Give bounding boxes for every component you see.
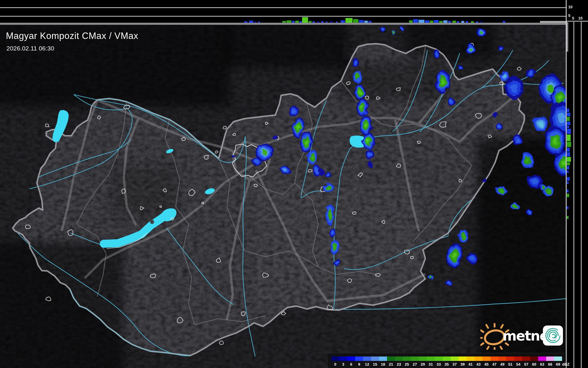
dbz-color-cell (467, 356, 475, 361)
dbz-color-cell (538, 356, 546, 361)
dbz-tick: 39 (459, 362, 467, 367)
echo-blob (499, 71, 510, 81)
dbz-tick: 29 (419, 362, 427, 367)
echo-blob (533, 116, 549, 132)
dbz-color-cell (459, 356, 467, 361)
metnet-logo[interactable]: metnet (480, 323, 566, 350)
echo-blob (319, 169, 324, 176)
echo-blob (505, 77, 524, 99)
dbz-tick: 63 (538, 362, 546, 367)
echo-blob (391, 31, 396, 35)
dbz-tick: 49 (498, 362, 506, 367)
dbz-color-cell (498, 356, 506, 361)
dbz-tick: 3 (339, 362, 347, 367)
tihany-notch (150, 220, 154, 224)
dbz-tick: 31 (427, 362, 435, 367)
dbz-tick: 9 (355, 362, 363, 367)
dbz-color-cell (403, 356, 411, 361)
dbz-color-cell (435, 356, 443, 361)
echo-blob (511, 203, 519, 210)
dbz-tick: 54 (514, 362, 522, 367)
right-axis-label-5: 5 (572, 16, 574, 20)
echo-blob (521, 153, 534, 169)
echo-blob (352, 58, 359, 68)
page-title: Magyar Kompozit CMax / VMax (6, 31, 138, 41)
dbz-color-cell (514, 356, 522, 361)
dbz-tick: 6 (347, 362, 355, 367)
dbz-tick: 51 (506, 362, 514, 367)
top-axis-label-10: 10 (568, 5, 572, 9)
echo-blob (495, 123, 502, 129)
echo-blob (433, 50, 439, 58)
top-profile (0, 0, 566, 25)
echo-blob (481, 178, 487, 182)
dbz-tick: 45 (482, 362, 490, 367)
top-nodata-bar (540, 21, 566, 23)
dbz-color-cell (546, 356, 554, 361)
dbz-color-cell (379, 356, 387, 361)
dbz-color-cell (482, 356, 490, 361)
echo-blob (492, 112, 498, 117)
echo-blob (252, 158, 262, 165)
dbz-tick: 0 (331, 362, 339, 367)
dbz-unit-label: dBZ (562, 362, 569, 367)
echo-blob (525, 69, 536, 78)
dbz-tick: 69 (554, 362, 562, 367)
echo-blob (334, 258, 340, 266)
right-profile (566, 0, 588, 368)
echo-blob (526, 210, 533, 215)
dbz-tick: 15 (371, 362, 379, 367)
right-axis-label-10: 10 (578, 16, 582, 20)
map-area (0, 18, 588, 368)
dbz-tick: 43 (475, 362, 482, 367)
echo-blob (399, 27, 403, 30)
dbz-tick: 37 (451, 362, 459, 367)
dbz-color-cell (331, 356, 339, 361)
dbz-legend: 0369121518212325272931333537394143454749… (328, 353, 566, 368)
metnet-app-icon (543, 326, 563, 346)
dbz-tick: 25 (403, 362, 411, 367)
dbz-color-cell (506, 356, 514, 361)
echo-blob (477, 29, 486, 37)
dbz-tick: 47 (490, 362, 498, 367)
dbz-color-cell (411, 356, 419, 361)
echo-blob (466, 44, 475, 55)
echo-blob (231, 155, 235, 157)
dbz-color-cell (355, 356, 363, 361)
dbz-tick: 35 (443, 362, 451, 367)
echo-blob (445, 280, 452, 285)
dbz-color-cell (395, 356, 403, 361)
echo-blob (323, 183, 334, 193)
dbz-color-cell (419, 356, 427, 361)
dbz-color-cell (427, 356, 435, 361)
radar-composite-app: Magyar Kompozit CMax / VMax 2026.02.11 0… (0, 0, 588, 368)
dbz-tick-labels: 0369121518212325272931333537394143454749… (331, 362, 562, 367)
echo-blob (366, 149, 373, 160)
top-separator (0, 23, 566, 25)
dbz-tick: 18 (379, 362, 387, 367)
dbz-tick: 27 (411, 362, 419, 367)
echo-blob (457, 65, 462, 69)
dbz-color-cell (475, 356, 482, 361)
echo-blob (496, 186, 506, 194)
echo-blob (368, 162, 373, 168)
echo-blob (458, 230, 469, 243)
dbz-color-cell (530, 356, 538, 361)
timestamp: 2026.02.11 06:30 (6, 45, 54, 52)
echo-blob (467, 253, 477, 264)
dbz-tick: 41 (467, 362, 475, 367)
echo-blob (380, 27, 386, 32)
dbz-color-cell (451, 356, 459, 361)
echo-blob (497, 46, 504, 51)
dbz-color-cell (347, 356, 355, 361)
dbz-color-cell (443, 356, 451, 361)
dbz-tick: 66 (546, 362, 554, 367)
dbz-color-cell (363, 356, 371, 361)
dbz-tick: 57 (522, 362, 530, 367)
dbz-tick: 12 (363, 362, 371, 367)
dbz-tick: 21 (387, 362, 395, 367)
dbz-color-cell (554, 356, 562, 361)
dbz-color-cell (490, 356, 498, 361)
echo-blob (448, 98, 454, 106)
dbz-tick: 23 (395, 362, 403, 367)
